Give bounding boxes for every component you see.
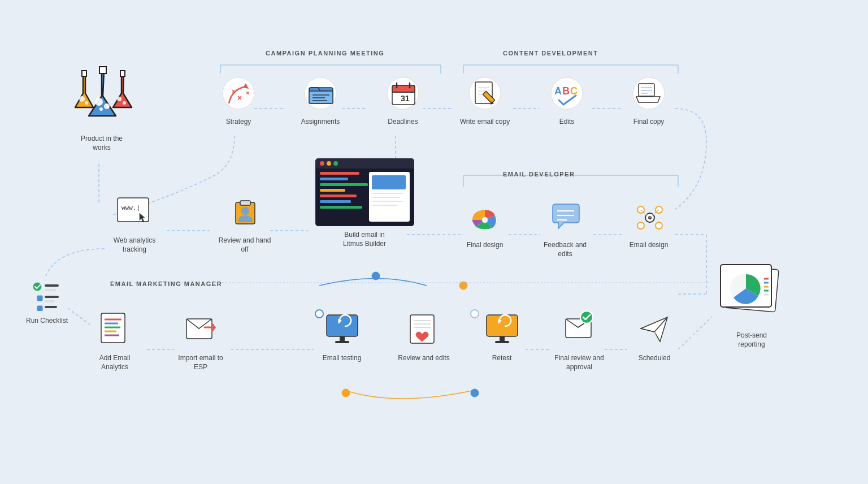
final-copy-icon: [629, 74, 669, 113]
svg-rect-127: [45, 306, 57, 308]
feedback-edits-icon: [545, 197, 585, 236]
final-design-node: Final design: [457, 197, 513, 250]
svg-text:www.|: www.|: [121, 204, 140, 211]
feedback-edits-label: Feedback and edits: [537, 241, 593, 258]
feedback-edits-node: Feedback and edits: [537, 197, 593, 258]
deadlines-icon: 31: [383, 74, 423, 113]
assignments-icon: [301, 74, 340, 113]
final-review-label: Final review and approval: [551, 354, 607, 371]
edits-label: Edits: [559, 118, 575, 127]
strategy-node: × × × Strategy: [210, 74, 267, 127]
svg-point-88: [241, 207, 249, 215]
run-checklist-label: Run Checklist: [26, 317, 68, 326]
svg-point-30: [471, 389, 479, 397]
svg-point-45: [99, 107, 103, 111]
scheduled-icon: [635, 310, 674, 349]
svg-text:B: B: [562, 85, 570, 97]
retest-label: Retest: [492, 354, 512, 363]
svg-marker-37: [75, 74, 93, 107]
edits-icon: A B C: [547, 74, 587, 113]
svg-text:A: A: [554, 85, 562, 97]
svg-rect-125: [45, 300, 55, 302]
web-analytics-node: www.| Web analytics tracking: [101, 192, 168, 254]
section-email-marketing-manager: EMAIL MARKETING MANAGER: [110, 280, 222, 287]
section-campaign-planning: CAMPAIGN PLANNING MEETING: [266, 50, 384, 57]
svg-point-26: [459, 282, 467, 289]
product-label: Product in the works: [73, 135, 130, 152]
import-esp-node: Import email to ESP: [170, 310, 232, 371]
svg-point-43: [95, 98, 103, 106]
svg-rect-102: [372, 175, 406, 189]
email-design-label: Email design: [630, 241, 669, 250]
svg-rect-47: [120, 71, 125, 76]
svg-point-92: [327, 161, 331, 166]
svg-rect-126: [37, 306, 42, 311]
email-testing-label: Email testing: [323, 354, 362, 363]
final-review-icon: [559, 310, 599, 349]
main-canvas: CAMPAIGN PLANNING MEETING CONTENT DEVELO…: [0, 0, 868, 484]
deadlines-label: Deadlines: [388, 118, 418, 127]
svg-rect-94: [320, 172, 359, 175]
svg-rect-141: [335, 341, 349, 343]
write-copy-label: Write email copy: [460, 118, 510, 127]
build-email-label: Build email in Litmus Builder: [336, 231, 393, 248]
svg-rect-146: [487, 315, 518, 336]
svg-rect-95: [320, 178, 348, 180]
svg-point-108: [482, 217, 488, 223]
svg-rect-63: [392, 85, 415, 92]
post-send-label: Post-send reporting: [723, 331, 780, 349]
strategy-label: Strategy: [226, 118, 251, 127]
write-copy-node: Write email copy: [457, 74, 513, 127]
web-analytics-icon: www.|: [115, 192, 154, 232]
svg-point-93: [333, 161, 338, 166]
add-analytics-label: Add Email Analytics: [86, 354, 143, 371]
web-analytics-label: Web analytics tracking: [106, 236, 163, 254]
svg-rect-42: [99, 67, 106, 74]
svg-rect-80: [639, 84, 654, 96]
final-copy-node: Final copy: [620, 74, 677, 127]
final-design-icon: [465, 197, 505, 236]
svg-point-25: [372, 272, 380, 280]
final-copy-label: Final copy: [633, 118, 665, 127]
import-esp-icon: [181, 310, 220, 349]
svg-point-49: [123, 101, 126, 105]
review-handoff-node: Review and hand off: [214, 192, 276, 254]
svg-rect-98: [320, 195, 357, 197]
svg-rect-123: [37, 296, 42, 301]
section-content-development: CONTENT DEVELOPMENT: [503, 50, 598, 57]
svg-rect-99: [320, 200, 351, 203]
deadlines-node: 31 Deadlines: [375, 74, 431, 127]
svg-point-40: [85, 101, 88, 105]
svg-rect-57: [309, 91, 333, 103]
post-send-icon: [712, 259, 791, 327]
svg-point-44: [104, 103, 110, 109]
add-analytics-node: Add Email Analytics: [84, 310, 146, 371]
svg-text:×: ×: [237, 93, 242, 102]
email-design-node: Email design: [620, 197, 677, 250]
svg-point-114: [637, 222, 644, 229]
product-icon: [65, 57, 138, 130]
product-node: Product in the works: [57, 57, 147, 152]
svg-rect-121: [45, 284, 59, 287]
retest-icon: [482, 310, 522, 349]
svg-point-91: [320, 161, 324, 166]
strategy-icon: × × ×: [219, 74, 258, 113]
svg-point-39: [79, 96, 85, 102]
review-edits-icon: [404, 310, 444, 349]
svg-text:31: 31: [401, 94, 410, 103]
svg-text:×: ×: [232, 88, 235, 94]
retest-node: Retest: [474, 310, 530, 363]
edits-node: A B C Edits: [539, 74, 595, 127]
assignments-label: Assignments: [301, 118, 340, 127]
post-send-node: Post-send reporting: [709, 259, 794, 349]
svg-rect-122: [45, 289, 56, 291]
svg-line-35: [678, 317, 712, 349]
write-copy-icon: [465, 74, 505, 113]
run-checklist-node: Run Checklist: [16, 273, 78, 326]
final-design-label: Final design: [467, 241, 504, 250]
svg-text:×: ×: [246, 89, 249, 96]
svg-rect-124: [45, 296, 59, 298]
svg-point-115: [656, 222, 662, 229]
svg-rect-149: [495, 341, 509, 343]
svg-marker-153: [641, 317, 667, 342]
